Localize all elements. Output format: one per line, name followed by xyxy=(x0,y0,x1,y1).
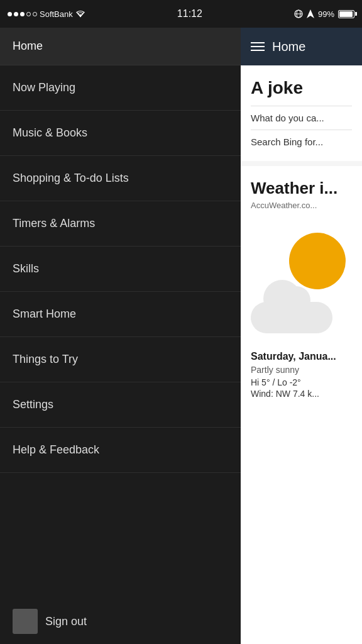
joke-text-1: What do you ca... xyxy=(251,111,352,125)
signout-label: Sign out xyxy=(45,615,87,628)
sidebar-item-things-to-try[interactable]: Things to Try xyxy=(0,337,241,382)
weather-card: Weather i... AccuWeather.co... Saturday,… xyxy=(241,166,362,644)
drawer-header: Home xyxy=(0,28,241,65)
weather-hilo: Hi 5° / Lo -2° xyxy=(251,377,352,387)
main-layout: Home Now Playing Music & Books Shopping … xyxy=(0,28,362,644)
dot3 xyxy=(20,12,25,16)
avatar xyxy=(13,609,38,634)
right-panel-title: Home xyxy=(272,40,305,54)
divider-1 xyxy=(251,106,352,106)
weather-wind: Wind: NW 7.4 k... xyxy=(251,389,352,399)
sidebar-item-settings[interactable]: Settings xyxy=(0,382,241,428)
weather-source: AccuWeather.co... xyxy=(251,201,352,210)
divider-2 xyxy=(251,130,352,130)
world-icon xyxy=(294,9,303,18)
weather-description: Partly sunny xyxy=(251,365,352,375)
status-left: SoftBank xyxy=(8,9,85,19)
carrier-label: SoftBank xyxy=(40,9,73,19)
svg-marker-4 xyxy=(307,9,314,18)
dot5 xyxy=(33,12,37,16)
weather-title: Weather i... xyxy=(251,179,352,198)
joke-card-title: A joke xyxy=(251,78,352,98)
weather-illustration xyxy=(251,220,352,346)
signal-dots xyxy=(8,12,37,16)
dot4 xyxy=(26,12,31,16)
navigation-drawer: Home Now Playing Music & Books Shopping … xyxy=(0,28,241,644)
sidebar-item-skills[interactable]: Skills xyxy=(0,247,241,292)
time-display: 11:12 xyxy=(177,8,202,19)
drawer-header-title: Home xyxy=(13,40,43,53)
dot1 xyxy=(8,12,12,16)
sidebar-item-timers-alarms[interactable]: Timers & Alarms xyxy=(0,201,241,247)
hamburger-line-2 xyxy=(251,46,265,47)
dot2 xyxy=(14,12,18,16)
search-bing-text: Search Bing for... xyxy=(251,135,352,148)
right-panel: Home A joke What do you ca... Search Bin… xyxy=(241,28,362,644)
signout-row[interactable]: Sign out xyxy=(0,599,241,644)
joke-card: A joke What do you ca... Search Bing for… xyxy=(241,65,362,161)
hamburger-button[interactable] xyxy=(251,42,265,51)
status-bar: SoftBank 11:12 99% xyxy=(0,0,362,28)
battery-fill xyxy=(339,11,353,17)
status-right: 99% xyxy=(294,9,354,19)
hamburger-line-3 xyxy=(251,50,265,51)
battery-icon xyxy=(338,10,354,18)
cloud-body xyxy=(251,302,332,333)
sidebar-item-help-feedback[interactable]: Help & Feedback xyxy=(0,428,241,473)
svg-point-0 xyxy=(80,16,81,17)
weather-date: Saturday, Janua... xyxy=(251,351,352,362)
battery-percent: 99% xyxy=(318,9,334,19)
sidebar-item-now-playing[interactable]: Now Playing xyxy=(0,65,241,111)
right-header: Home xyxy=(241,28,362,65)
drawer-items-list: Now Playing Music & Books Shopping & To-… xyxy=(0,65,241,599)
hamburger-line-1 xyxy=(251,42,265,43)
sidebar-item-shopping-todo[interactable]: Shopping & To-do Lists xyxy=(0,156,241,201)
sidebar-item-music-books[interactable]: Music & Books xyxy=(0,111,241,156)
wifi-icon xyxy=(75,10,85,18)
sidebar-item-smart-home[interactable]: Smart Home xyxy=(0,292,241,337)
sun-graphic xyxy=(289,233,346,289)
location-icon xyxy=(307,9,314,18)
